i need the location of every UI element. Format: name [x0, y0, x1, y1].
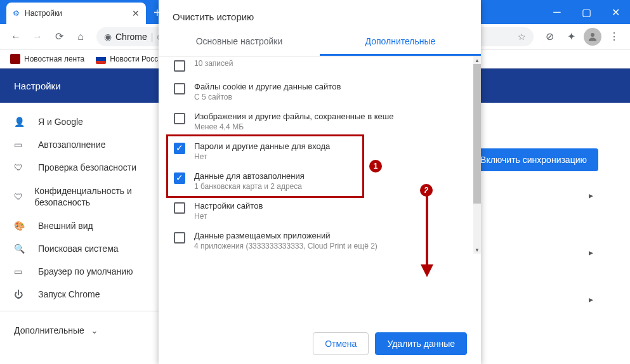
- sidebar-item-you-and-google[interactable]: 👤Я и Google: [0, 110, 159, 133]
- shield-icon: 🛡: [14, 192, 23, 202]
- person-icon: 👤: [14, 117, 27, 127]
- close-tab-icon[interactable]: ✕: [132, 8, 140, 18]
- checkbox[interactable]: [174, 113, 185, 124]
- sidebar-item-appearance[interactable]: 🎨Внешний вид: [0, 214, 159, 237]
- checkbox[interactable]: [174, 60, 185, 72]
- security-icon[interactable]: ⊘: [540, 27, 559, 46]
- list-item[interactable]: Данные размещаемых приложений4 приложени…: [167, 226, 472, 254]
- sidebar-item-autofill[interactable]: ▭Автозаполнение: [0, 133, 159, 156]
- forward-button[interactable]: →: [28, 27, 47, 46]
- scrollbar-thumb[interactable]: [473, 64, 481, 204]
- gear-icon: ⚙: [13, 9, 20, 18]
- window-controls: ─ ▢ ✕: [542, 0, 630, 24]
- browser-icon: ▭: [14, 266, 27, 276]
- bookmark-star-icon[interactable]: ☆: [518, 32, 526, 42]
- chevron-right-icon[interactable]: ▸: [589, 247, 593, 257]
- dialog-title: Очистить историю: [159, 0, 481, 29]
- list-item[interactable]: Настройки сайтовНет: [167, 196, 472, 226]
- checkbox[interactable]: [174, 83, 185, 94]
- list-item[interactable]: Изображения и другие файлы, сохраненные …: [167, 107, 472, 136]
- bookmark-item[interactable]: Новостная лента: [6, 54, 88, 64]
- scroll-down-icon[interactable]: ▼: [473, 246, 481, 254]
- extensions-icon[interactable]: ✦: [561, 27, 581, 46]
- reload-button[interactable]: ⟳: [49, 27, 69, 46]
- svg-marker-2: [421, 264, 433, 277]
- page-title: Настройки: [14, 81, 61, 91]
- back-button[interactable]: ←: [6, 27, 25, 46]
- checkbox[interactable]: [174, 172, 185, 184]
- profile-avatar[interactable]: [583, 27, 602, 46]
- chrome-icon: ◉: [104, 32, 112, 42]
- checklist: 10 записей Файлы cookie и другие данные …: [159, 56, 481, 254]
- close-window-button[interactable]: ✕: [601, 0, 630, 24]
- cancel-button[interactable]: Отмена: [313, 332, 369, 355]
- home-button[interactable]: ⌂: [71, 27, 90, 46]
- list-item[interactable]: Файлы cookie и другие данные сайтовС 5 с…: [167, 77, 472, 107]
- clear-data-button[interactable]: Удалить данные: [375, 332, 467, 355]
- clear-browsing-data-dialog: Очистить историю Основные настройки Допо…: [159, 0, 481, 364]
- palette-icon: 🎨: [14, 221, 27, 231]
- sidebar-item-startup[interactable]: ⏻Запуск Chrome: [0, 283, 159, 306]
- chevron-right-icon[interactable]: ▸: [589, 190, 593, 200]
- checkbox[interactable]: [174, 143, 185, 154]
- shield-check-icon: 🛡: [14, 162, 27, 172]
- list-item[interactable]: Пароли и другие данные для входаНет: [167, 136, 472, 166]
- annotation-badge-1: 1: [369, 160, 382, 172]
- enable-sync-button[interactable]: Включить синхронизацию: [469, 148, 598, 171]
- menu-button[interactable]: ⋮: [605, 27, 624, 46]
- checkbox[interactable]: [174, 202, 185, 214]
- list-item[interactable]: 10 записей: [167, 59, 472, 77]
- sidebar-item-privacy[interactable]: 🛡Конфиденциальность и безопасность: [0, 179, 159, 214]
- url-chrome-label: Chrome: [115, 32, 147, 42]
- dialog-actions: Отмена Удалить данные: [313, 332, 467, 355]
- autofill-icon: ▭: [14, 140, 27, 150]
- scroll-up-icon[interactable]: ▲: [473, 56, 481, 64]
- chevron-right-icon[interactable]: ▸: [589, 294, 593, 304]
- checkbox[interactable]: [174, 232, 185, 244]
- annotation-badge-2: 2: [420, 184, 433, 197]
- dialog-tabs: Основные настройки Дополнительные: [159, 29, 481, 56]
- maximize-button[interactable]: ▢: [572, 0, 601, 24]
- chevron-down-icon: ⌄: [91, 325, 98, 335]
- tab-title: Настройки: [25, 9, 62, 18]
- browser-tab[interactable]: ⚙ Настройки ✕: [6, 3, 146, 24]
- sidebar-additional[interactable]: Дополнительные⌄: [0, 316, 159, 344]
- minimize-button[interactable]: ─: [542, 0, 572, 24]
- settings-sidebar: 👤Я и Google ▭Автозаполнение 🛡Проверка бе…: [0, 103, 159, 364]
- tab-basic[interactable]: Основные настройки: [159, 29, 320, 56]
- power-icon: ⏻: [14, 289, 27, 299]
- search-icon: 🔍: [14, 244, 27, 254]
- sidebar-item-search[interactable]: 🔍Поисковая система: [0, 237, 159, 260]
- tab-advanced[interactable]: Дополнительные: [320, 29, 481, 56]
- sidebar-item-default-browser[interactable]: ▭Браузер по умолчанию: [0, 260, 159, 283]
- sidebar-item-safety[interactable]: 🛡Проверка безопасности: [0, 156, 159, 179]
- svg-point-0: [591, 33, 594, 37]
